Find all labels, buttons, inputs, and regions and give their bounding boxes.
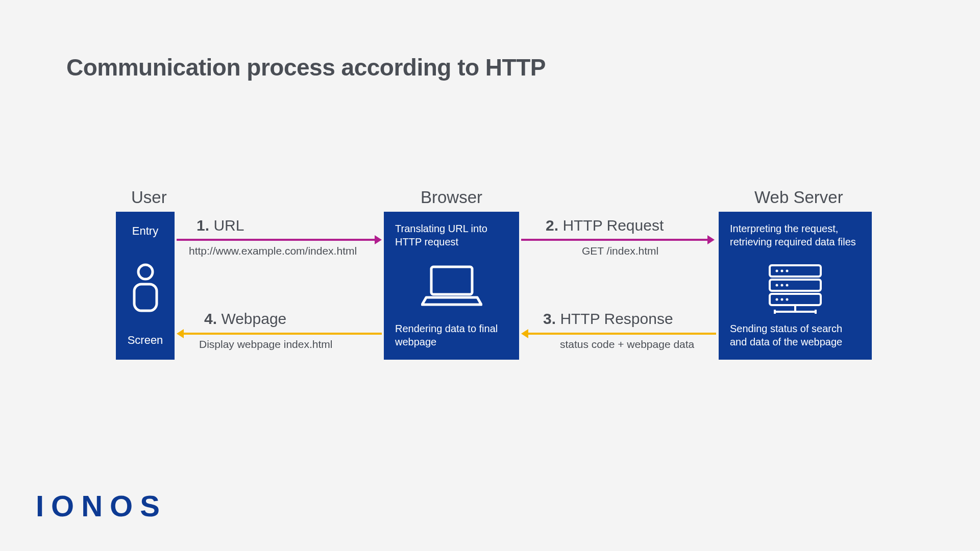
browser-bottom-text: Rendering data to final webpage xyxy=(395,322,508,348)
step4-sub: Display webpage index.html xyxy=(199,338,332,350)
laptop-icon xyxy=(384,263,519,309)
user-box: Entry Screen xyxy=(116,212,175,360)
svg-rect-1 xyxy=(134,284,157,311)
svg-point-8 xyxy=(776,284,778,287)
svg-point-6 xyxy=(786,270,789,272)
step4-label: 4. Webpage xyxy=(204,310,286,328)
browser-top-text: Translating URL into HTTP request xyxy=(395,222,508,248)
user-icon xyxy=(116,263,175,314)
arrow-4-webpage xyxy=(184,333,382,335)
server-bottom-text: Sending status of search and data of the… xyxy=(730,322,861,348)
step1-label: 1. URL xyxy=(197,217,244,234)
svg-rect-2 xyxy=(431,267,472,294)
user-entry-label: Entry xyxy=(116,224,175,238)
svg-point-14 xyxy=(786,298,789,301)
column-label-user: User xyxy=(131,188,167,207)
column-label-server: Web Server xyxy=(754,188,843,207)
brand-logo: IONOS xyxy=(36,489,167,523)
svg-point-13 xyxy=(781,298,783,301)
server-top-text: Interpreting the request, retrieving req… xyxy=(730,222,861,248)
step2-label: 2. HTTP Request xyxy=(546,217,664,234)
server-icon xyxy=(719,263,872,319)
arrow-3-http-response xyxy=(528,333,716,335)
step3-label: 3. HTTP Response xyxy=(543,310,673,328)
server-box: Interpreting the request, retrieving req… xyxy=(719,212,872,360)
svg-point-5 xyxy=(781,270,783,272)
step1-sub: http://www.example.com/index.html xyxy=(189,245,357,257)
svg-point-0 xyxy=(138,265,153,279)
svg-point-9 xyxy=(781,284,783,287)
svg-point-12 xyxy=(776,298,778,301)
column-label-browser: Browser xyxy=(421,188,482,207)
diagram-title: Communication process according to HTTP xyxy=(66,54,546,81)
svg-point-10 xyxy=(786,284,789,287)
arrow-1-url xyxy=(177,239,375,241)
arrow-2-http-request xyxy=(521,239,707,241)
browser-box: Translating URL into HTTP request Render… xyxy=(384,212,519,360)
step3-sub: status code + webpage data xyxy=(560,338,694,350)
svg-point-4 xyxy=(776,270,778,272)
user-screen-label: Screen xyxy=(116,334,175,347)
step2-sub: GET /index.html xyxy=(582,245,658,257)
